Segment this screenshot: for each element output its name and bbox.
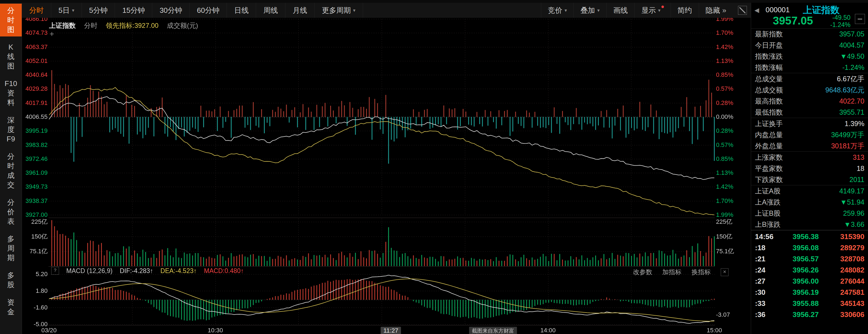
price-axis-label: 4086.10	[22, 18, 48, 23]
minimize-icon[interactable]	[855, 14, 865, 24]
sidebar-item-label: 资	[0, 88, 22, 98]
caret-down-icon: ▾	[564, 7, 567, 13]
tab-label: 5分钟	[89, 6, 107, 15]
period-tab[interactable]: 日线	[227, 3, 256, 18]
quote-value: ▼51.94	[840, 198, 864, 206]
price-axis-label: 4074.73	[22, 29, 48, 36]
sidebar-item[interactable]: F10资料	[0, 77, 22, 110]
quote-row: 最新指数3957.05	[751, 28, 868, 39]
quote-value: 4022.70	[839, 97, 864, 105]
sidebar-item[interactable]: 分时图	[0, 4, 22, 36]
sidebar-item[interactable]: 资金	[0, 295, 22, 319]
sidebar-item-label: 资	[0, 298, 22, 307]
chart-area: 上证指数 分时 领先指标:3927.00 成交额(元) + ? MACD (12…	[22, 18, 751, 334]
macd-axis-label: -1.60	[22, 304, 48, 311]
quote-value: 18	[857, 164, 864, 173]
legend-amount-label: 成交额(元)	[167, 21, 198, 30]
quote-label: 上涨家数	[755, 153, 783, 162]
quote-label: 最新指数	[755, 30, 783, 39]
macd-tool-button[interactable]: 改参数	[633, 268, 652, 276]
quote-label: 内盘总量	[755, 130, 783, 140]
quote-row: 上涨家数313	[751, 152, 868, 163]
notification-dot	[661, 6, 664, 8]
sidebar-item-label: 周	[0, 244, 22, 253]
stock-code: 000001	[766, 6, 790, 14]
period-tab[interactable]: 分时	[22, 3, 51, 18]
toolbar-tool[interactable]: 画线	[606, 3, 634, 18]
quote-label: 今日开盘	[755, 41, 783, 50]
sidebar-item[interactable]: K线图	[0, 40, 22, 73]
fullscreen-icon[interactable]	[738, 6, 747, 15]
legend-lead-indicator: 领先指标:3927.00	[106, 21, 158, 30]
toolbar-tool[interactable]: 简约	[671, 3, 699, 18]
quote-label: 上证B股	[755, 209, 781, 218]
toolbar-tool[interactable]: 显示▾	[634, 3, 671, 18]
tab-label: 30分钟	[159, 6, 182, 15]
quote-rows: 最新指数3957.05今日开盘4004.57指数涨跌▼49.50指数涨幅-1.2…	[751, 28, 868, 230]
tick-time: :18	[755, 244, 781, 252]
sidebar-item[interactable]: 分价表	[0, 195, 22, 228]
tool-label: 叠加	[581, 6, 595, 15]
help-icon[interactable]: ?	[51, 267, 59, 275]
macd-tool-button[interactable]: 加指标	[662, 268, 681, 276]
period-tab[interactable]: 5日▾	[51, 3, 82, 18]
sidebar-item[interactable]: 深度F9	[0, 113, 22, 146]
crosshair-tool-icon[interactable]: +	[50, 30, 54, 38]
toolbar-tool[interactable]: 竞价▾	[541, 3, 574, 18]
toolbar-tool[interactable]: 叠加▾	[574, 3, 606, 18]
quote-row: 最低指数3955.71	[751, 107, 868, 118]
quote-label: 上证换手	[755, 119, 783, 128]
period-tab[interactable]: 更多周期▾	[315, 3, 363, 18]
tick-row: :243956.26248082	[751, 265, 868, 276]
macd-tool-button[interactable]: 换指标	[691, 268, 711, 276]
back-arrow-icon[interactable]: ◀	[754, 7, 759, 14]
percent-axis-label: 1.99%	[716, 211, 747, 218]
sidebar-item-label: 股	[0, 280, 22, 290]
tool-label: 画线	[613, 6, 628, 15]
sidebar-item[interactable]: 分时成交	[0, 149, 22, 192]
intraday-chart-canvas[interactable]	[22, 18, 751, 334]
tab-label: 分时	[29, 6, 44, 15]
volume-axis-label: 225亿	[22, 218, 48, 225]
sidebar-item-label: 交	[0, 180, 22, 189]
sidebar-item[interactable]: 多股	[0, 268, 22, 292]
quote-label: 上B涨跌	[755, 220, 781, 229]
double-chevron-icon: »	[722, 6, 726, 15]
tab-label: 更多周期	[322, 6, 351, 15]
toolbar-tool[interactable]: 隐藏»	[699, 3, 733, 18]
percent-axis-label: 0.28%	[716, 99, 747, 107]
quote-label: 最高指数	[755, 97, 783, 106]
tick-price: 3956.38	[781, 233, 828, 241]
top-toolbar: 分时5日▾5分钟15分钟30分钟60分钟日线周线月线更多周期▾ 竞价▾叠加▾画线…	[22, 3, 751, 18]
macd-dif-value: DIF:-4.283↑	[120, 267, 153, 275]
quote-body: 最新指数3957.05今日开盘4004.57指数涨跌▼49.50指数涨幅-1.2…	[751, 28, 868, 334]
sidebar-item[interactable]: 多周期	[0, 232, 22, 265]
period-tab[interactable]: 5分钟	[82, 3, 115, 18]
tick-row: :363956.27330606	[751, 309, 868, 320]
quote-label: 上A涨跌	[755, 198, 781, 207]
app-window: 分时图K线图F10资料深度F9分时成交分价表多周期多股资金 分时5日▾5分钟15…	[0, 0, 868, 334]
sidebar-item-label: F10	[0, 79, 22, 88]
sidebar-item-label: 图	[0, 61, 22, 71]
sidebar-item-label: 线	[0, 52, 22, 61]
tick-price: 3956.08	[781, 244, 828, 252]
fullscreen-diagonal	[739, 7, 745, 13]
period-tab[interactable]: 30分钟	[152, 3, 190, 18]
period-tab[interactable]: 周线	[256, 3, 285, 18]
quote-row: 平盘家数18	[751, 163, 868, 174]
percent-axis-label: 0.85%	[716, 71, 747, 79]
price-axis-label: 4029.28	[22, 85, 48, 92]
quote-row: 总成交量6.67亿手	[751, 73, 868, 84]
price-axis-label: 3927.00	[22, 211, 48, 218]
period-tab[interactable]: 月线	[285, 3, 315, 18]
price-axis-label: 4063.37	[22, 43, 48, 51]
period-tab[interactable]: 15分钟	[115, 3, 152, 18]
quote-value: 36499万手	[831, 130, 864, 140]
tab-label: 日线	[234, 6, 249, 15]
tick-time: 14:56	[755, 233, 781, 241]
period-tab[interactable]: 60分钟	[190, 3, 227, 18]
macd-dea-value: DEA:-4.523↑	[160, 267, 196, 275]
tab-label: 60分钟	[197, 6, 219, 15]
macd-close-icon[interactable]: ×	[721, 268, 728, 276]
quote-value: ▼49.50	[840, 52, 864, 60]
